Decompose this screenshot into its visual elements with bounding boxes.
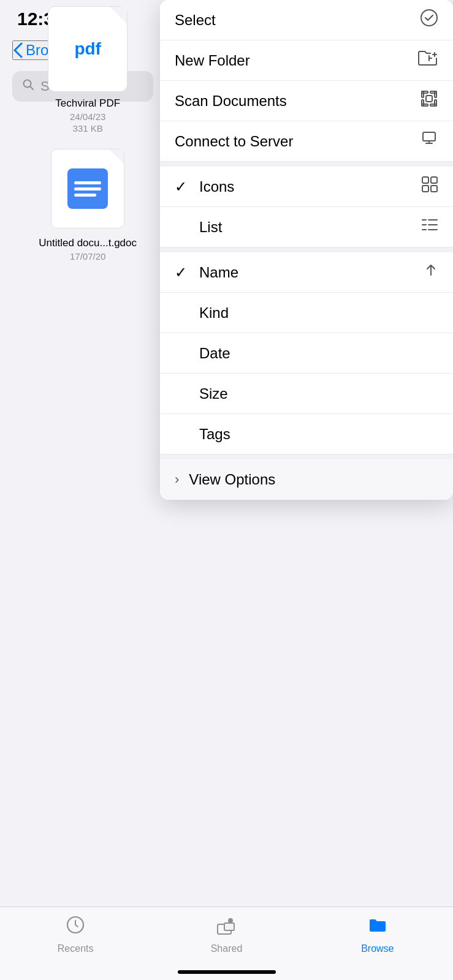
menu-label-size: Size [199,385,228,402]
tab-label-shared: Shared [211,943,243,954]
svg-rect-14 [422,104,428,106]
svg-rect-17 [426,96,432,102]
recents-icon [65,914,86,940]
svg-rect-16 [435,100,436,106]
menu-item-select[interactable]: Select [160,0,453,40]
tab-label-browse: Browse [361,943,394,954]
menu-divider-3 [160,454,453,459]
menu-item-size[interactable]: ✓ Size [160,374,453,414]
menu-item-date[interactable]: ✓ Date [160,333,453,374]
tab-recents[interactable]: Recents [0,914,151,954]
menu-label-tags: Tags [199,426,230,443]
tab-label-recents: Recents [58,943,94,954]
select-icon [420,9,438,31]
menu-label-view-options: View Options [189,471,275,488]
page-wrapper: 12:39 [0,0,453,980]
menu-divider-2 [160,247,453,252]
menu-item-tags[interactable]: ✓ Tags [160,414,453,454]
svg-rect-31 [224,923,234,930]
browse-icon [367,914,388,940]
svg-rect-22 [431,186,437,192]
menu-label-list: List [199,219,222,236]
menu-item-icons[interactable]: ✓ Icons [160,167,453,207]
svg-rect-10 [422,91,424,97]
shared-icon [216,914,237,940]
svg-rect-18 [423,132,435,141]
svg-point-32 [228,918,233,923]
svg-rect-19 [422,177,428,183]
svg-rect-21 [422,186,428,192]
name-sort-icon [424,263,438,282]
icons-checkmark: ✓ [175,178,192,195]
list-icon [421,217,438,237]
svg-rect-20 [431,177,437,183]
menu-label-name: Name [199,264,238,281]
svg-rect-12 [435,91,436,97]
menu-label-scan-documents: Scan Documents [175,92,287,110]
menu-item-scan-documents[interactable]: Scan Documents [160,81,453,121]
menu-label-date: Date [199,345,230,362]
menu-item-kind[interactable]: ✓ Kind [160,293,453,333]
menu-label-connect-server: Connect to Server [175,133,293,150]
home-indicator [178,970,276,974]
view-options-chevron: › [175,472,179,488]
name-checkmark: ✓ [175,264,192,281]
menu-item-name[interactable]: ✓ Name [160,252,453,293]
dropdown-overlay: Select New Folder [0,0,453,907]
scan-documents-icon [420,89,438,112]
icons-grid-icon [421,176,438,197]
dropdown-menu: Select New Folder [160,0,453,500]
tab-browse[interactable]: Browse [302,914,453,954]
menu-divider-1 [160,162,453,167]
svg-point-7 [421,10,437,26]
menu-label-new-folder: New Folder [175,52,250,69]
menu-label-kind: Kind [199,304,229,322]
connect-server-icon [420,130,438,153]
menu-item-list[interactable]: ✓ List [160,207,453,247]
new-folder-icon [417,50,438,71]
menu-label-select: Select [175,12,216,29]
menu-item-new-folder[interactable]: New Folder [160,40,453,81]
menu-item-connect-server[interactable]: Connect to Server [160,121,453,162]
menu-label-icons: Icons [199,178,234,195]
tab-shared[interactable]: Shared [151,914,302,954]
main-content: pdf Techviral PDF 24/04/23 331 KB [0,0,453,907]
menu-item-view-options[interactable]: › View Options [160,459,453,500]
tab-bar: Recents Shared Browse [0,907,453,980]
